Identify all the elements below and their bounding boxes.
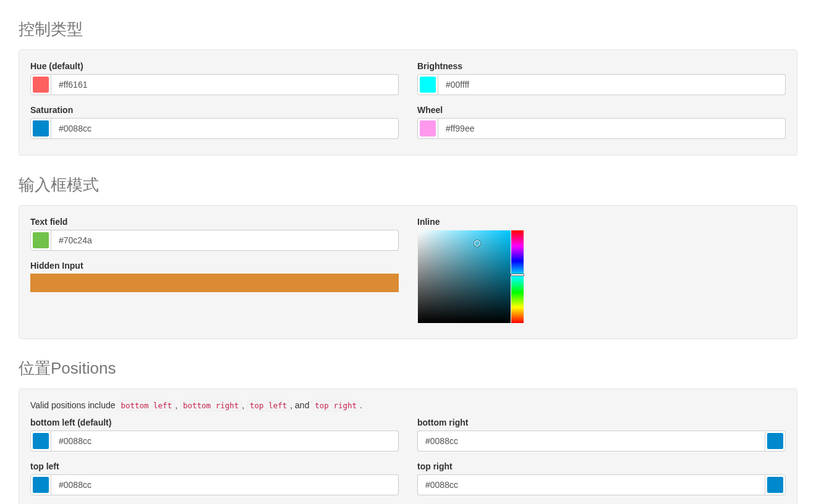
swatch-text-field[interactable]	[30, 230, 51, 251]
label-bottom-right: bottom right	[417, 418, 786, 427]
section-heading-control-types: 控制类型	[19, 19, 797, 40]
positions-help-text: Valid positions include bottom left, bot…	[30, 400, 786, 410]
sv-panel[interactable]	[418, 230, 511, 323]
keyword-top-left: top left	[247, 400, 290, 411]
label-bottom-left: bottom left (default)	[30, 418, 399, 427]
label-wheel: Wheel	[417, 105, 786, 115]
section-heading-positions: 位置Positions	[19, 358, 797, 379]
label-top-right: top right	[417, 461, 786, 471]
input-bottom-right[interactable]	[417, 430, 765, 452]
input-hue[interactable]	[51, 74, 399, 95]
label-text-field: Text field	[30, 217, 399, 227]
swatch-wheel[interactable]	[417, 118, 438, 139]
keyword-bottom-right: bottom right	[180, 400, 242, 411]
keyword-top-right: top right	[312, 400, 360, 411]
panel-positions: Valid positions include bottom left, bot…	[19, 388, 797, 504]
panel-control-types: Hue (default) Brightness Saturation	[19, 49, 797, 156]
input-text-field[interactable]	[51, 230, 399, 251]
hue-panel[interactable]	[511, 230, 524, 323]
input-bottom-left[interactable]	[51, 430, 399, 452]
swatch-top-right[interactable]	[765, 474, 786, 495]
panel-input-mode: Text field Hidden Input Inline	[19, 205, 797, 339]
input-brightness[interactable]	[438, 74, 786, 95]
input-wheel[interactable]	[438, 118, 786, 139]
label-hue: Hue (default)	[30, 61, 399, 71]
sv-cursor[interactable]	[474, 240, 480, 246]
section-heading-input-mode: 输入框模式	[19, 174, 797, 196]
label-top-left: top left	[30, 461, 399, 471]
swatch-saturation[interactable]	[30, 118, 51, 139]
input-saturation[interactable]	[51, 118, 399, 139]
hue-slider[interactable]	[511, 274, 524, 276]
inline-color-picker	[417, 230, 524, 322]
swatch-brightness[interactable]	[417, 74, 438, 95]
swatch-top-left[interactable]	[30, 474, 51, 495]
label-inline: Inline	[417, 217, 786, 227]
input-top-left[interactable]	[51, 474, 399, 495]
keyword-bottom-left: bottom left	[117, 400, 175, 411]
swatch-hidden-input[interactable]	[30, 274, 399, 292]
swatch-hue[interactable]	[30, 74, 51, 95]
label-saturation: Saturation	[30, 105, 399, 115]
input-top-right[interactable]	[417, 474, 765, 495]
swatch-bottom-left[interactable]	[30, 430, 51, 452]
label-hidden-input: Hidden Input	[30, 261, 399, 271]
label-brightness: Brightness	[417, 61, 786, 71]
swatch-bottom-right[interactable]	[765, 430, 786, 452]
